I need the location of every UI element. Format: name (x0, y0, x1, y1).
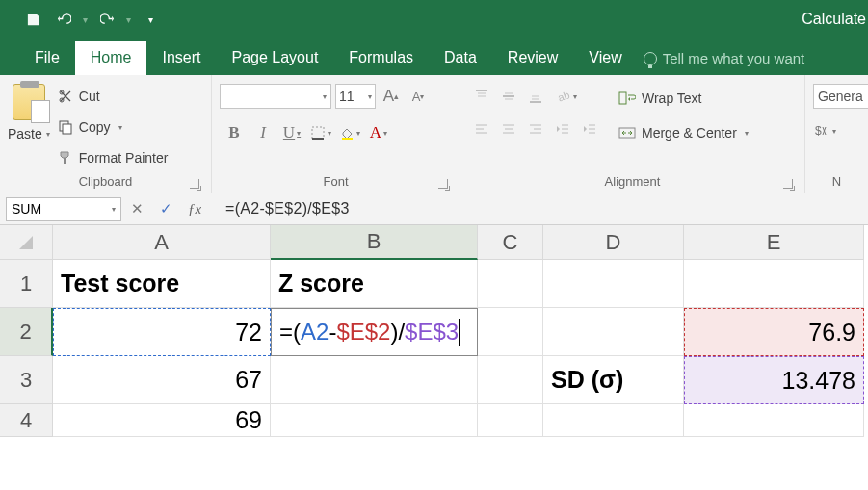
font-name-select[interactable]: ▾ (220, 84, 331, 109)
col-E[interactable]: E (684, 225, 864, 260)
bold-button[interactable]: B (220, 118, 249, 147)
align-top-button[interactable] (468, 84, 495, 109)
format-painter-button[interactable]: Format Painter (58, 144, 169, 171)
clipboard-launcher[interactable] (190, 179, 199, 189)
select-all-corner[interactable] (0, 225, 53, 260)
align-center-button[interactable] (495, 116, 522, 142)
col-C[interactable]: C (478, 225, 543, 260)
cell-B4[interactable] (271, 404, 478, 437)
save-icon (26, 13, 40, 27)
decrease-font-button[interactable]: A▾ (407, 84, 430, 109)
tab-view[interactable]: View (573, 41, 637, 75)
cell-E4[interactable] (684, 404, 864, 437)
ribbon: Paste▾ Cut Copy▾ Format Painter Clipboar… (0, 75, 868, 193)
border-icon (310, 125, 326, 141)
tab-home[interactable]: Home (75, 41, 147, 75)
spreadsheet-grid: A B C D E 1 Test score Z score 2 72 =( A… (0, 225, 868, 437)
group-alignment-label: Alignment (605, 174, 661, 189)
align-right-button[interactable] (522, 116, 549, 142)
col-B[interactable]: B (271, 225, 478, 260)
group-number-label: N (832, 174, 841, 189)
align-middle-button[interactable] (495, 84, 522, 109)
cell-C2[interactable] (478, 308, 543, 356)
cell-A3[interactable]: 67 (53, 356, 271, 404)
tell-me-search[interactable]: Tell me what you want (644, 42, 805, 75)
copy-button[interactable]: Copy▾ (58, 114, 169, 141)
wrap-text-button[interactable]: Wrap Text (618, 86, 749, 111)
cancel-formula-button[interactable]: ✕ (123, 197, 150, 221)
increase-font-button[interactable]: A▴ (380, 84, 403, 109)
cell-C3[interactable] (478, 356, 543, 404)
underline-button[interactable]: U▾ (277, 118, 306, 147)
paste-button[interactable]: Paste▾ (8, 78, 50, 142)
tab-data[interactable]: Data (429, 41, 492, 75)
cell-E1[interactable] (684, 260, 864, 308)
font-color-button[interactable]: A▾ (364, 118, 393, 147)
font-size-select[interactable]: 11▾ (335, 84, 376, 109)
merge-center-button[interactable]: Merge & Center▾ (618, 120, 749, 145)
svg-text:$: $ (815, 124, 822, 138)
alignment-launcher[interactable] (783, 179, 793, 189)
align-bottom-button[interactable] (522, 84, 549, 109)
tab-insert[interactable]: Insert (146, 41, 216, 75)
tab-file[interactable]: File (19, 41, 75, 75)
svg-rect-4 (64, 158, 66, 164)
group-alignment: ab▾ Wrap Text Merge & Center▾ (460, 75, 805, 193)
cut-button[interactable]: Cut (58, 83, 169, 110)
orientation-button[interactable]: ab▾ (549, 84, 584, 109)
undo-button[interactable] (50, 6, 77, 33)
formula-paren: )/ (390, 319, 405, 346)
font-launcher[interactable] (438, 179, 448, 189)
align-left-button[interactable] (468, 116, 495, 142)
row-2[interactable]: 2 (0, 308, 53, 356)
svg-rect-7 (342, 138, 353, 140)
row-1[interactable]: 1 (0, 260, 53, 308)
fill-color-button[interactable]: ▾ (335, 118, 364, 147)
fx-button[interactable]: ƒx (181, 197, 208, 221)
number-format-value: Genera (818, 89, 863, 104)
cell-A4[interactable]: 69 (53, 404, 271, 437)
cell-C4[interactable] (478, 404, 543, 437)
formula-bar: SUM ▾ ✕ ✓ ƒx =(A2-$E$2)/$E$3 (0, 193, 868, 225)
formula-input[interactable]: =(A2-$E$2)/$E$3 (208, 200, 868, 218)
accounting-format-button[interactable]: $▾ (813, 118, 836, 143)
cell-D3[interactable]: SD (σ) (543, 356, 684, 404)
group-font-label: Font (323, 174, 348, 189)
italic-button[interactable]: I (249, 118, 277, 147)
decrease-indent-button[interactable] (549, 116, 576, 142)
name-box[interactable]: SUM ▾ (6, 197, 121, 221)
row-4[interactable]: 4 (0, 404, 53, 437)
cell-B2-editing[interactable]: =( A2 - $E$2 )/ $E$3 (271, 308, 478, 356)
paste-label: Paste (8, 126, 42, 142)
wrap-text-label: Wrap Text (642, 90, 702, 106)
cell-E2[interactable]: 76.9 (684, 308, 864, 356)
redo-button[interactable] (93, 6, 120, 33)
col-D[interactable]: D (543, 225, 684, 260)
border-button[interactable]: ▾ (306, 118, 335, 147)
col-A[interactable]: A (53, 225, 271, 260)
cell-A2[interactable]: 72 (53, 308, 271, 356)
row-3[interactable]: 3 (0, 356, 53, 404)
redo-icon (100, 13, 115, 27)
tab-page-layout[interactable]: Page Layout (216, 41, 333, 75)
number-format-select[interactable]: Genera (813, 84, 868, 109)
triangle-icon (19, 236, 33, 249)
tell-me-label: Tell me what you want (663, 50, 805, 66)
increase-indent-button[interactable] (576, 116, 603, 142)
title-bar: ▾ ▾ ▾ Calculate (0, 0, 868, 39)
cell-A1[interactable]: Test score (53, 260, 271, 308)
cell-E3[interactable]: 13.478 (684, 356, 864, 404)
cell-D2[interactable] (543, 308, 684, 356)
cell-D4[interactable] (543, 404, 684, 437)
enter-formula-button[interactable]: ✓ (152, 197, 179, 221)
qat-customize-button[interactable]: ▾ (137, 6, 164, 33)
tab-review[interactable]: Review (492, 41, 573, 75)
cell-D1[interactable] (543, 260, 684, 308)
cell-B3[interactable] (271, 356, 478, 404)
paintbrush-icon (58, 150, 73, 166)
cell-B1[interactable]: Z score (271, 260, 478, 308)
clipboard-icon (13, 84, 45, 120)
cell-C1[interactable] (478, 260, 543, 308)
save-button[interactable] (19, 6, 46, 33)
tab-formulas[interactable]: Formulas (333, 41, 429, 75)
